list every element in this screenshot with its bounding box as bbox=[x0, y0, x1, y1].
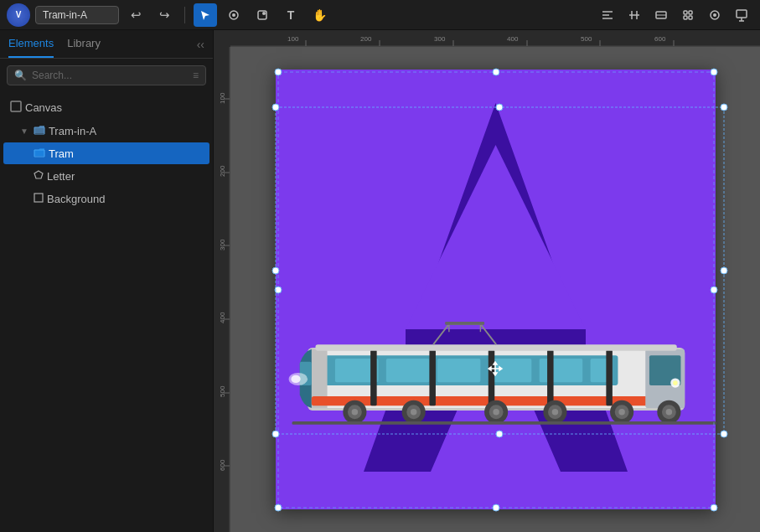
redo-button[interactable]: ↪ bbox=[153, 3, 176, 27]
sidebar: Elements Library ‹‹ 🔍 ≡ Canvas ▼ bbox=[0, 30, 214, 532]
svg-rect-66 bbox=[606, 349, 613, 406]
letter-a-element bbox=[276, 70, 716, 509]
separator-1 bbox=[184, 7, 185, 23]
logo-text: V bbox=[16, 10, 22, 19]
folder-icon bbox=[34, 124, 45, 137]
canvas-label: Canvas bbox=[25, 101, 62, 114]
letter-icon bbox=[34, 169, 44, 183]
move-cursor bbox=[487, 360, 504, 380]
svg-point-82 bbox=[351, 409, 358, 416]
tram-folder-icon bbox=[34, 147, 45, 160]
export-tool-button[interactable] bbox=[730, 3, 753, 27]
tree-item-letter[interactable]: Letter bbox=[3, 165, 209, 187]
svg-rect-21 bbox=[11, 101, 21, 111]
shape-tool-button[interactable] bbox=[251, 3, 274, 27]
app-logo[interactable]: V bbox=[7, 3, 30, 27]
svg-rect-18 bbox=[737, 10, 747, 18]
tram-label: Tram bbox=[49, 147, 74, 160]
svg-point-111 bbox=[721, 104, 727, 111]
svg-text:500: 500 bbox=[581, 35, 592, 43]
expand-arrow: ▼ bbox=[20, 127, 28, 136]
text-tool-button[interactable]: T bbox=[279, 3, 302, 27]
tree-item-tram[interactable]: Tram bbox=[3, 142, 209, 164]
svg-point-3 bbox=[262, 12, 266, 15]
svg-point-94 bbox=[618, 409, 625, 416]
svg-point-91 bbox=[551, 409, 558, 416]
ruler-top: 100 200 300 400 500 600 bbox=[230, 30, 760, 47]
background-label: Background bbox=[47, 193, 105, 205]
svg-rect-14 bbox=[684, 16, 687, 19]
background-icon bbox=[34, 192, 44, 205]
svg-rect-23 bbox=[34, 194, 43, 202]
design-canvas[interactable] bbox=[230, 47, 760, 532]
svg-text:600: 600 bbox=[654, 35, 666, 43]
svg-point-97 bbox=[665, 409, 672, 416]
svg-marker-22 bbox=[34, 171, 43, 178]
undo-button[interactable]: ↩ bbox=[124, 3, 147, 27]
svg-point-113 bbox=[721, 267, 727, 274]
hand-tool-button[interactable]: ✋ bbox=[308, 3, 331, 27]
sidebar-collapse-button[interactable]: ‹‹ bbox=[197, 38, 204, 58]
canvas-area[interactable]: 100 200 300 400 500 600 100 200 bbox=[214, 30, 760, 532]
svg-text:200: 200 bbox=[360, 35, 372, 43]
svg-line-74 bbox=[433, 324, 449, 344]
svg-text:600: 600 bbox=[219, 459, 226, 471]
svg-rect-79 bbox=[445, 322, 484, 325]
svg-text:500: 500 bbox=[219, 385, 226, 397]
svg-point-1 bbox=[232, 13, 235, 17]
svg-rect-65 bbox=[547, 349, 554, 406]
distribute-tool-button[interactable] bbox=[623, 3, 646, 27]
svg-point-72 bbox=[291, 375, 300, 383]
main-area: Elements Library ‹‹ 🔍 ≡ Canvas ▼ bbox=[0, 30, 760, 532]
align-tool-button[interactable] bbox=[596, 3, 619, 27]
svg-text:400: 400 bbox=[507, 35, 519, 43]
search-icon: 🔍 bbox=[14, 70, 27, 81]
svg-rect-73 bbox=[315, 344, 676, 351]
tree-item-canvas[interactable]: Canvas bbox=[3, 96, 209, 119]
ruler-corner bbox=[214, 30, 230, 47]
tram-element bbox=[280, 308, 728, 434]
svg-text:100: 100 bbox=[287, 35, 299, 43]
svg-rect-13 bbox=[689, 11, 692, 14]
toolbar-right bbox=[596, 3, 753, 27]
pen-tool-button[interactable] bbox=[222, 3, 246, 27]
svg-text:100: 100 bbox=[219, 92, 226, 104]
svg-point-85 bbox=[410, 409, 416, 416]
search-bar: 🔍 ≡ bbox=[7, 65, 206, 85]
svg-rect-2 bbox=[258, 11, 266, 19]
svg-rect-98 bbox=[292, 421, 716, 425]
document-title[interactable]: Tram-in-A bbox=[35, 6, 119, 24]
svg-rect-59 bbox=[539, 359, 582, 382]
svg-rect-56 bbox=[385, 359, 429, 382]
tab-elements[interactable]: Elements bbox=[8, 37, 54, 58]
svg-rect-15 bbox=[689, 16, 692, 19]
svg-point-88 bbox=[493, 409, 499, 416]
tree-item-background[interactable]: Background bbox=[3, 188, 209, 209]
svg-text:300: 300 bbox=[434, 35, 446, 43]
svg-rect-63 bbox=[429, 349, 436, 406]
select-tool-button[interactable] bbox=[194, 3, 217, 27]
prototype-tool-button[interactable] bbox=[703, 3, 726, 27]
svg-rect-12 bbox=[684, 11, 687, 14]
ruler-left: 100 200 300 400 500 600 bbox=[214, 47, 230, 532]
canvas-icon bbox=[10, 101, 22, 115]
artboard bbox=[276, 70, 716, 509]
search-input[interactable] bbox=[32, 70, 188, 81]
tree-item-tram-in-a[interactable]: ▼ Tram-in-A bbox=[3, 120, 209, 142]
svg-rect-62 bbox=[370, 349, 377, 406]
search-menu-icon[interactable]: ≡ bbox=[193, 70, 199, 81]
svg-point-70 bbox=[673, 380, 678, 385]
svg-text:200: 200 bbox=[219, 165, 226, 177]
component-tool-button[interactable] bbox=[676, 3, 700, 27]
tab-library[interactable]: Library bbox=[67, 37, 101, 58]
svg-point-17 bbox=[713, 13, 716, 17]
sidebar-tabs: Elements Library ‹‹ bbox=[0, 30, 213, 59]
svg-text:300: 300 bbox=[219, 239, 226, 251]
element-tree: Canvas ▼ Tram-in-A Tram bbox=[0, 92, 213, 532]
letter-label: Letter bbox=[47, 170, 75, 183]
mask-tool-button[interactable] bbox=[649, 3, 673, 27]
tram-in-a-label: Tram-in-A bbox=[49, 125, 96, 137]
svg-line-76 bbox=[480, 324, 496, 344]
toolbar: V Tram-in-A ↩ ↪ T ✋ bbox=[0, 0, 760, 30]
svg-rect-57 bbox=[437, 359, 480, 382]
